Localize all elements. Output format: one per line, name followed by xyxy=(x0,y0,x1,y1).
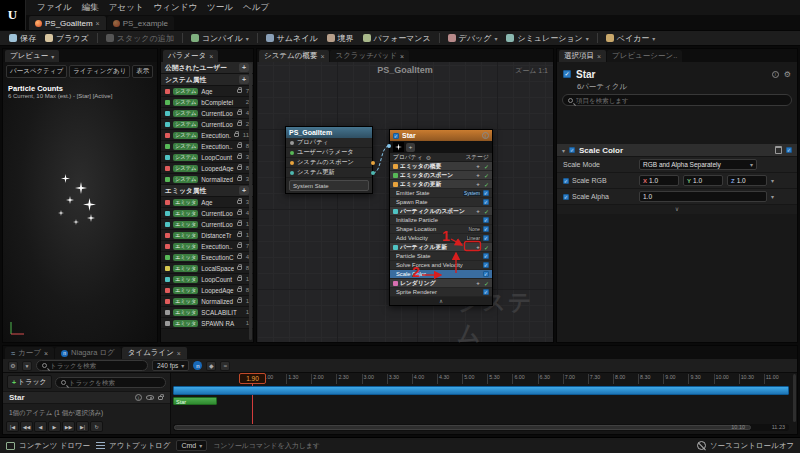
baker-button[interactable]: ベイカー▾ xyxy=(602,32,660,45)
parameter-row[interactable]: エミッタ CurrentLoo 1 xyxy=(161,219,253,230)
parameter-row[interactable]: システム Age 7 xyxy=(161,86,253,97)
transport-button[interactable]: ▶| xyxy=(76,421,89,432)
close-icon[interactable]: × xyxy=(44,350,48,357)
add-parameter-icon[interactable]: + xyxy=(239,63,249,72)
add-parameter-icon[interactable]: + xyxy=(239,75,249,84)
module-enabled-checkbox[interactable] xyxy=(483,253,489,259)
unreal-logo[interactable]: U xyxy=(0,0,26,30)
filter-icon[interactable]: ▼ xyxy=(22,361,32,371)
section-emitter-attributes[interactable]: エミッタ属性+ xyxy=(161,185,253,197)
simulation-button[interactable]: シミュレーション▾ xyxy=(502,32,592,45)
track-search-input[interactable] xyxy=(50,362,142,369)
close-icon[interactable]: × xyxy=(177,350,181,357)
perspective-button[interactable]: パースペクティブ xyxy=(6,65,67,78)
info-icon[interactable]: i xyxy=(135,394,142,401)
parameter-row[interactable]: システム LoopCount 3 xyxy=(161,152,253,163)
close-icon[interactable]: × xyxy=(400,53,404,60)
content-drawer-button[interactable]: コンテンツ ドロワー xyxy=(6,441,90,451)
chevron-down-icon[interactable]: ▾ xyxy=(562,147,565,154)
module-enabled-checkbox[interactable] xyxy=(483,235,489,241)
parameter-row[interactable]: エミッタ Age 3 xyxy=(161,197,253,208)
section-system-attributes[interactable]: システム属性+ xyxy=(161,74,253,86)
add-module-icon[interactable]: + xyxy=(474,280,482,286)
close-icon[interactable]: × xyxy=(209,53,213,60)
tab-curves[interactable]: ≈カーブ× xyxy=(5,347,54,359)
stack-section-レンダリング[interactable]: レンダリング + ✓ xyxy=(390,279,492,288)
chevron-down-icon[interactable]: ▾ xyxy=(51,53,54,60)
transport-button[interactable]: ◀ xyxy=(34,421,47,432)
gear-icon[interactable]: ⚙ xyxy=(784,70,791,79)
system-node-row[interactable]: システムのスポーン xyxy=(286,158,372,168)
visibility-icon[interactable] xyxy=(146,395,154,400)
scale-rgb-z-field[interactable]: Z1.0 xyxy=(727,175,767,186)
selection-search-input[interactable] xyxy=(576,97,786,104)
parameter-row[interactable]: システム LoopedAge 8 xyxy=(161,163,253,174)
timeline-range-scrollbar[interactable]: 10.10 11.23 xyxy=(173,424,789,431)
add-module-icon[interactable]: + xyxy=(474,163,482,169)
system-node-row[interactable]: システム更新 xyxy=(286,168,372,178)
bounds-button[interactable]: 境界 xyxy=(323,32,358,45)
thumbnail-button[interactable]: サムネイル xyxy=(262,32,322,45)
menu-help[interactable]: ヘルプ xyxy=(238,1,274,15)
scale-rgb-checkbox[interactable] xyxy=(563,178,569,184)
emitter-track-bar[interactable]: Star xyxy=(173,397,217,405)
delete-module-icon[interactable] xyxy=(775,146,782,154)
chevron-down-icon[interactable]: ▾ xyxy=(771,177,774,184)
module-enabled-checkbox[interactable] xyxy=(483,262,489,268)
tab-selection[interactable]: 選択項目× xyxy=(559,50,606,62)
scale-mode-dropdown[interactable]: RGB and Alpha Separately▾ xyxy=(639,159,757,170)
lit-mode-button[interactable]: ライティングあり xyxy=(69,65,130,78)
stack-section-パーティクルのスポーン[interactable]: パーティクルのスポーン + ✓ xyxy=(390,207,492,216)
scrollbar[interactable] xyxy=(793,374,796,422)
transport-button[interactable]: ◀◀ xyxy=(20,421,33,432)
curve-editor-icon[interactable]: ≈ xyxy=(220,361,230,371)
tab-preview-scene[interactable]: プレビューシーン.. xyxy=(607,50,682,62)
close-icon[interactable]: × xyxy=(96,20,100,27)
parameter-row[interactable]: システム Normalized 3 xyxy=(161,174,253,185)
add-module-icon[interactable]: + xyxy=(474,172,482,178)
parameter-row[interactable]: エミッタ ExecutionC 4 xyxy=(161,252,253,263)
tab-preview[interactable]: プレビュー▾ xyxy=(5,50,59,62)
asset-tab-ps-goalitem[interactable]: PS_GoalItem × xyxy=(29,16,106,30)
performance-button[interactable]: パフォーマンス xyxy=(359,32,435,45)
add-module-icon[interactable]: + xyxy=(474,208,482,214)
menu-asset[interactable]: アセット xyxy=(104,1,149,15)
scale-rgb-x-field[interactable]: X1.0 xyxy=(639,175,679,186)
parameter-row[interactable]: システム Execution.. 8 xyxy=(161,141,253,152)
parameter-row[interactable]: システム bCompletel 2 xyxy=(161,97,253,108)
transport-button[interactable]: ↻ xyxy=(90,421,103,432)
module-Shape Location[interactable]: Shape LocationNone xyxy=(390,225,492,234)
module-Initialize Particle[interactable]: Initialize Particle xyxy=(390,216,492,225)
current-time-marker[interactable]: 1.90 xyxy=(239,373,266,384)
module-enabled-checkbox[interactable] xyxy=(786,147,792,153)
info-icon[interactable]: i xyxy=(772,71,779,78)
module-Solve Forces and Velocity[interactable]: Solve Forces and Velocity xyxy=(390,261,492,270)
module-enabled-checkbox[interactable] xyxy=(483,190,489,196)
parameter-row[interactable]: エミッタ LoopCount 1 xyxy=(161,274,253,285)
stack-section-パーティクル更新[interactable]: パーティクル更新 + ✓ xyxy=(390,243,492,252)
parameter-row[interactable]: エミッタ CurrentLoo 4 xyxy=(161,208,253,219)
parameter-row[interactable]: エミッタ SCALABILIT 1 xyxy=(161,307,253,318)
system-node[interactable]: PS_GoalItem プロパティ ユーザーパラメータ システムのスポーン シス… xyxy=(285,126,373,194)
system-state-module[interactable]: System State xyxy=(289,180,369,191)
stack-section-エミッタの更新[interactable]: エミッタの更新 + ✓ xyxy=(390,180,492,189)
scale-rgb-y-field[interactable]: Y1.0 xyxy=(683,175,723,186)
menu-edit[interactable]: 編集 xyxy=(77,1,104,15)
add-emitter-icon[interactable]: + xyxy=(406,143,415,152)
scale-alpha-checkbox[interactable] xyxy=(563,194,569,200)
chevron-down-icon[interactable]: ▾ xyxy=(652,35,655,42)
system-node-header[interactable]: PS_GoalItem xyxy=(286,127,372,138)
close-icon[interactable]: × xyxy=(320,53,324,60)
parameter-row[interactable]: システム CurrentLoo 4 xyxy=(161,108,253,119)
gear-icon[interactable]: ⚙ xyxy=(8,361,18,371)
module-enabled-checkbox[interactable] xyxy=(483,289,489,295)
emitter-enabled-checkbox[interactable] xyxy=(563,70,571,78)
parameter-row[interactable]: エミッタ Normalized 1 xyxy=(161,296,253,307)
add-module-icon[interactable]: + xyxy=(474,244,482,250)
tab-scratch-pad[interactable]: スクラッチパッド× xyxy=(330,50,409,62)
expand-advanced-button[interactable]: ∨ xyxy=(557,205,797,214)
timeline-ruler[interactable]: 1.001.302.002.303.003.304.004.305.005.30… xyxy=(261,374,789,384)
show-menu-button[interactable]: 表示 xyxy=(132,65,153,78)
menu-file[interactable]: ファイル xyxy=(32,1,77,15)
scale-color-group-header[interactable]: ▾ Scale Color xyxy=(557,144,797,157)
